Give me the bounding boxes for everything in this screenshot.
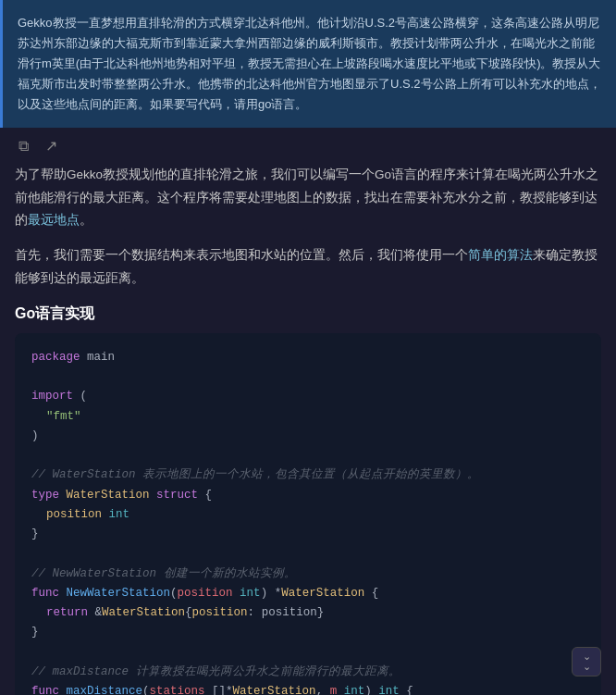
- code-line-11: [31, 544, 585, 564]
- copy-button[interactable]: ⧉: [15, 135, 32, 156]
- code-line-12: // NewWaterStation 创建一个新的水站实例。: [31, 565, 585, 584]
- icon-row: ⧉ ↗: [0, 128, 616, 164]
- code-line-16: [31, 643, 585, 663]
- code-line-9: position int: [31, 505, 585, 525]
- share-icon: ↗: [45, 138, 57, 154]
- prose-paragraph-2: 首先，我们需要一个数据结构来表示地图和水站的位置。然后，我们将使用一个简单的算法…: [15, 244, 601, 290]
- section-title: Go语言实现: [15, 304, 601, 324]
- code-line-7: // WaterStation 表示地图上的一个水站，包含其位置（从起点开始的英…: [31, 465, 585, 485]
- main-content: 为了帮助Gekko教授规划他的直排轮滑之旅，我们可以编写一个Go语言的程序来计算…: [0, 164, 616, 695]
- scroll-down-button[interactable]: ⌄⌄: [572, 647, 601, 676]
- code-line-3: import (: [31, 387, 585, 406]
- code-line-18: func maxDistance(stations []*WaterStatio…: [31, 682, 585, 695]
- code-line-4: "fmt": [31, 407, 585, 427]
- chevron-down-icon: ⌄⌄: [583, 652, 591, 672]
- code-line-10: }: [31, 525, 585, 544]
- code-line-17: // maxDistance 计算教授在喝光两公升水之前能滑行的最大距离。: [31, 663, 585, 682]
- code-line-13: func NewWaterStation(position int) *Wate…: [31, 584, 585, 603]
- share-button[interactable]: ↗: [42, 135, 61, 156]
- code-line-14: return &WaterStation{position: position}: [31, 603, 585, 623]
- message-text: Gekko教授一直梦想用直排轮滑的方式横穿北达科他州。他计划沿U.S.2号高速公…: [18, 16, 601, 111]
- code-line-1: package main: [31, 348, 585, 367]
- code-line-2: [31, 367, 585, 387]
- code-block: package main import ( "fmt" ) // WaterSt…: [15, 333, 601, 695]
- copy-icon: ⧉: [18, 138, 29, 154]
- code-line-8: type WaterStation struct {: [31, 486, 585, 505]
- code-line-5: ): [31, 427, 585, 446]
- message-box: Gekko教授一直梦想用直排轮滑的方式横穿北达科他州。他计划沿U.S.2号高速公…: [0, 0, 616, 128]
- main-container: Gekko教授一直梦想用直排轮滑的方式横穿北达科他州。他计划沿U.S.2号高速公…: [0, 0, 616, 695]
- code-line-6: [31, 446, 585, 465]
- prose-paragraph-1: 为了帮助Gekko教授规划他的直排轮滑之旅，我们可以编写一个Go语言的程序来计算…: [15, 164, 601, 231]
- code-line-15: }: [31, 623, 585, 642]
